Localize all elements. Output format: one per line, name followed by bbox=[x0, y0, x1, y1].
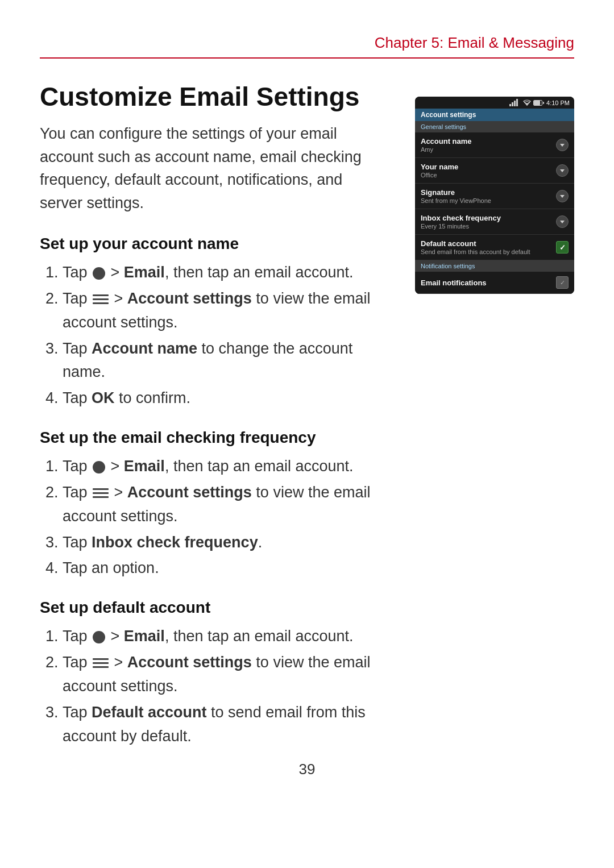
phone-general-settings-header: General settings bbox=[415, 121, 574, 132]
step-1-4: Tap OK to confirm. bbox=[63, 387, 381, 410]
section-heading-account-name: Set up your account name bbox=[40, 235, 381, 253]
chapter-header: Chapter 5: Email & Messaging bbox=[40, 34, 574, 59]
step-1-1: Tap > Email, then tap an email account. bbox=[63, 261, 381, 285]
signature-dropdown-btn[interactable] bbox=[556, 190, 569, 202]
phone-screenshot: 4:10 PM Account settings General setting… bbox=[415, 97, 574, 294]
status-icons: 4:10 PM bbox=[509, 99, 570, 106]
svg-rect-1 bbox=[512, 102, 513, 106]
svg-rect-0 bbox=[509, 104, 511, 106]
globe-icon-3 bbox=[93, 631, 105, 643]
email-bold-2: Email bbox=[124, 458, 165, 475]
dropdown-arrow-1 bbox=[560, 144, 565, 147]
battery-icon bbox=[533, 100, 542, 106]
account-name-dropdown-btn[interactable] bbox=[556, 139, 569, 151]
menu-icon-1 bbox=[93, 294, 109, 305]
phone-setting-your-name[interactable]: Your name Office bbox=[415, 158, 574, 184]
status-time: 4:10 PM bbox=[546, 99, 570, 106]
email-bold-1: Email bbox=[124, 264, 165, 281]
inbox-bold: Inbox check frequency bbox=[92, 534, 258, 551]
account-name-bold: Account name bbox=[92, 340, 197, 357]
inbox-frequency-dropdown-btn[interactable] bbox=[556, 215, 569, 228]
phone-status-bar: 4:10 PM bbox=[415, 97, 574, 109]
step-2-2: Tap > Account settings to view the email… bbox=[63, 481, 381, 529]
wifi-icon bbox=[522, 99, 532, 106]
default-account-bold: Default account bbox=[92, 704, 207, 721]
dropdown-arrow-3 bbox=[560, 195, 565, 198]
globe-icon-2 bbox=[93, 461, 105, 474]
phone-setting-signature[interactable]: Signature Sent from my ViewPhone bbox=[415, 184, 574, 209]
email-bold-3: Email bbox=[124, 628, 165, 645]
step-3-2: Tap > Account settings to view the email… bbox=[63, 651, 381, 699]
dropdown-arrow-4 bbox=[560, 221, 565, 223]
menu-icon-3 bbox=[93, 658, 109, 668]
step-2-3: Tap Inbox check frequency. bbox=[63, 531, 381, 555]
small-check-icon: ✓ bbox=[560, 279, 565, 286]
step-1-3: Tap Account name to change the account n… bbox=[63, 337, 381, 385]
steps-account-name: Tap > Email, then tap an email account. … bbox=[63, 261, 381, 410]
svg-rect-2 bbox=[514, 101, 516, 106]
menu-icon-2 bbox=[93, 488, 109, 499]
phone-setting-email-notifications[interactable]: Email notifications ✓ bbox=[415, 272, 574, 294]
phone-setting-account-name[interactable]: Account name Amy bbox=[415, 132, 574, 158]
phone-notification-settings-header: Notification settings bbox=[415, 260, 574, 272]
step-1-2: Tap > Account settings to view the email… bbox=[63, 287, 381, 335]
svg-rect-3 bbox=[516, 99, 518, 106]
signal-icon bbox=[509, 99, 521, 106]
page-container: Chapter 5: Email & Messaging Customize E… bbox=[0, 0, 614, 801]
ok-bold: OK bbox=[92, 389, 115, 406]
account-settings-bold-3: Account settings bbox=[127, 654, 252, 671]
step-2-1: Tap > Email, then tap an email account. bbox=[63, 455, 381, 479]
step-2-4: Tap an option. bbox=[63, 556, 381, 580]
steps-check-frequency: Tap > Email, then tap an email account. … bbox=[63, 455, 381, 580]
checkmark-icon: ✓ bbox=[559, 243, 566, 252]
account-settings-bold-2: Account settings bbox=[127, 484, 252, 501]
chapter-title: Chapter 5: Email & Messaging bbox=[375, 34, 574, 51]
your-name-dropdown-btn[interactable] bbox=[556, 164, 569, 177]
step-3-1: Tap > Email, then tap an email account. bbox=[63, 625, 381, 649]
account-settings-bold-1: Account settings bbox=[127, 290, 252, 307]
intro-paragraph: You can configure the settings of your e… bbox=[40, 122, 370, 214]
globe-icon-1 bbox=[93, 267, 105, 280]
phone-setting-inbox-frequency[interactable]: Inbox check frequency Every 15 minutes bbox=[415, 209, 574, 235]
page-number: 39 bbox=[299, 761, 316, 778]
section-heading-default-account: Set up default account bbox=[40, 599, 381, 617]
dropdown-arrow-2 bbox=[560, 169, 565, 172]
phone-setting-default-account[interactable]: Default account Send email from this acc… bbox=[415, 235, 574, 260]
section-heading-check-frequency: Set up the email checking frequency bbox=[40, 429, 381, 447]
step-3-3: Tap Default account to send email from t… bbox=[63, 701, 381, 749]
phone-account-settings-header: Account settings bbox=[415, 109, 574, 121]
email-notifications-checkbox[interactable]: ✓ bbox=[556, 276, 569, 289]
steps-default-account: Tap > Email, then tap an email account. … bbox=[63, 625, 381, 748]
left-content: You can configure the settings of your e… bbox=[40, 122, 381, 749]
default-account-checkbox[interactable]: ✓ bbox=[556, 241, 569, 254]
